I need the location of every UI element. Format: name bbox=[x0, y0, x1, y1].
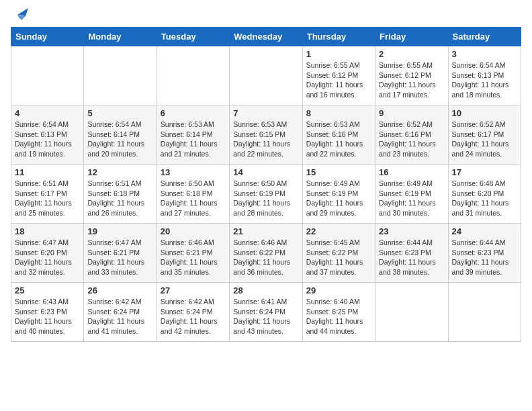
calendar-cell: 16Sunrise: 6:49 AMSunset: 6:19 PMDayligh… bbox=[375, 165, 448, 224]
day-info: Sunrise: 6:42 AMSunset: 6:24 PMDaylight:… bbox=[87, 297, 152, 336]
day-info: Sunrise: 6:54 AMSunset: 6:14 PMDaylight:… bbox=[87, 120, 152, 159]
calendar-cell: 10Sunrise: 6:52 AMSunset: 6:17 PMDayligh… bbox=[448, 105, 521, 165]
calendar-table: SundayMondayTuesdayWednesdayThursdayFrid… bbox=[11, 27, 521, 342]
svg-marker-0 bbox=[17, 8, 28, 16]
day-info: Sunrise: 6:52 AMSunset: 6:17 PMDaylight:… bbox=[452, 120, 517, 159]
calendar-cell: 24Sunrise: 6:44 AMSunset: 6:23 PMDayligh… bbox=[448, 224, 521, 283]
day-of-week-header: Saturday bbox=[448, 28, 521, 46]
day-number: 3 bbox=[452, 49, 517, 59]
day-number: 7 bbox=[233, 108, 298, 118]
day-number: 20 bbox=[161, 226, 226, 236]
calendar-cell: 9Sunrise: 6:52 AMSunset: 6:16 PMDaylight… bbox=[375, 105, 448, 165]
day-of-week-header: Monday bbox=[84, 28, 157, 46]
day-number: 2 bbox=[379, 49, 444, 59]
calendar-week-row: 25Sunrise: 6:43 AMSunset: 6:23 PMDayligh… bbox=[11, 283, 521, 342]
calendar-cell bbox=[448, 283, 521, 342]
day-number: 4 bbox=[15, 108, 80, 118]
day-number: 27 bbox=[161, 285, 226, 295]
day-number: 26 bbox=[87, 285, 152, 295]
day-number: 21 bbox=[233, 226, 298, 236]
calendar-cell: 14Sunrise: 6:50 AMSunset: 6:19 PMDayligh… bbox=[230, 165, 302, 224]
calendar-week-row: 18Sunrise: 6:47 AMSunset: 6:20 PMDayligh… bbox=[11, 224, 521, 283]
calendar-cell: 18Sunrise: 6:47 AMSunset: 6:20 PMDayligh… bbox=[11, 224, 84, 283]
day-info: Sunrise: 6:54 AMSunset: 6:13 PMDaylight:… bbox=[15, 120, 80, 159]
calendar-cell: 11Sunrise: 6:51 AMSunset: 6:17 PMDayligh… bbox=[11, 165, 84, 224]
day-number: 15 bbox=[306, 167, 371, 177]
day-info: Sunrise: 6:53 AMSunset: 6:14 PMDaylight:… bbox=[161, 120, 226, 159]
day-number: 5 bbox=[87, 108, 152, 118]
calendar-cell: 22Sunrise: 6:45 AMSunset: 6:22 PMDayligh… bbox=[302, 224, 375, 283]
day-number: 10 bbox=[452, 108, 517, 118]
day-number: 19 bbox=[87, 226, 152, 236]
day-info: Sunrise: 6:46 AMSunset: 6:22 PMDaylight:… bbox=[233, 238, 298, 277]
day-of-week-header: Thursday bbox=[302, 28, 375, 46]
day-info: Sunrise: 6:51 AMSunset: 6:18 PMDaylight:… bbox=[87, 179, 152, 218]
day-info: Sunrise: 6:53 AMSunset: 6:16 PMDaylight:… bbox=[306, 120, 371, 159]
calendar-cell: 17Sunrise: 6:48 AMSunset: 6:20 PMDayligh… bbox=[448, 165, 521, 224]
day-number: 6 bbox=[161, 108, 226, 118]
calendar-cell: 15Sunrise: 6:49 AMSunset: 6:19 PMDayligh… bbox=[302, 165, 375, 224]
calendar-cell: 19Sunrise: 6:47 AMSunset: 6:21 PMDayligh… bbox=[84, 224, 157, 283]
day-info: Sunrise: 6:47 AMSunset: 6:21 PMDaylight:… bbox=[87, 238, 152, 277]
calendar-week-row: 4Sunrise: 6:54 AMSunset: 6:13 PMDaylight… bbox=[11, 105, 521, 165]
calendar-cell: 5Sunrise: 6:54 AMSunset: 6:14 PMDaylight… bbox=[84, 105, 157, 165]
day-number: 14 bbox=[233, 167, 298, 177]
calendar-cell bbox=[157, 46, 229, 105]
calendar-cell: 6Sunrise: 6:53 AMSunset: 6:14 PMDaylight… bbox=[157, 105, 229, 165]
calendar-cell: 3Sunrise: 6:54 AMSunset: 6:13 PMDaylight… bbox=[448, 46, 521, 105]
day-info: Sunrise: 6:42 AMSunset: 6:24 PMDaylight:… bbox=[161, 297, 226, 336]
day-number: 8 bbox=[306, 108, 371, 118]
day-number: 1 bbox=[306, 49, 371, 59]
calendar-cell: 26Sunrise: 6:42 AMSunset: 6:24 PMDayligh… bbox=[84, 283, 157, 342]
calendar-cell: 8Sunrise: 6:53 AMSunset: 6:16 PMDaylight… bbox=[302, 105, 375, 165]
day-number: 18 bbox=[15, 226, 80, 236]
day-number: 23 bbox=[379, 226, 444, 236]
day-number: 9 bbox=[379, 108, 444, 118]
calendar-week-row: 1Sunrise: 6:55 AMSunset: 6:12 PMDaylight… bbox=[11, 46, 521, 105]
day-number: 22 bbox=[306, 226, 371, 236]
day-number: 25 bbox=[15, 285, 80, 295]
day-info: Sunrise: 6:49 AMSunset: 6:19 PMDaylight:… bbox=[306, 179, 371, 218]
calendar-cell: 13Sunrise: 6:50 AMSunset: 6:18 PMDayligh… bbox=[157, 165, 229, 224]
calendar-cell: 1Sunrise: 6:55 AMSunset: 6:12 PMDaylight… bbox=[302, 46, 375, 105]
day-number: 11 bbox=[15, 167, 80, 177]
calendar-cell: 25Sunrise: 6:43 AMSunset: 6:23 PMDayligh… bbox=[11, 283, 84, 342]
logo-bird-icon bbox=[13, 8, 28, 21]
calendar-cell bbox=[230, 46, 302, 105]
day-number: 16 bbox=[379, 167, 444, 177]
day-number: 17 bbox=[452, 167, 517, 177]
day-info: Sunrise: 6:51 AMSunset: 6:17 PMDaylight:… bbox=[15, 179, 80, 218]
day-info: Sunrise: 6:50 AMSunset: 6:18 PMDaylight:… bbox=[161, 179, 226, 218]
day-info: Sunrise: 6:45 AMSunset: 6:22 PMDaylight:… bbox=[306, 238, 371, 277]
header bbox=[11, 11, 521, 19]
day-info: Sunrise: 6:55 AMSunset: 6:12 PMDaylight:… bbox=[379, 60, 444, 100]
day-info: Sunrise: 6:46 AMSunset: 6:21 PMDaylight:… bbox=[161, 238, 226, 277]
day-info: Sunrise: 6:50 AMSunset: 6:19 PMDaylight:… bbox=[233, 179, 298, 218]
day-number: 13 bbox=[161, 167, 226, 177]
day-info: Sunrise: 6:44 AMSunset: 6:23 PMDaylight:… bbox=[379, 238, 444, 277]
day-info: Sunrise: 6:49 AMSunset: 6:19 PMDaylight:… bbox=[379, 179, 444, 218]
day-number: 24 bbox=[452, 226, 517, 236]
day-info: Sunrise: 6:41 AMSunset: 6:24 PMDaylight:… bbox=[233, 297, 298, 336]
day-of-week-header: Sunday bbox=[11, 28, 84, 46]
day-info: Sunrise: 6:43 AMSunset: 6:23 PMDaylight:… bbox=[15, 297, 80, 336]
day-info: Sunrise: 6:52 AMSunset: 6:16 PMDaylight:… bbox=[379, 120, 444, 159]
calendar-cell: 20Sunrise: 6:46 AMSunset: 6:21 PMDayligh… bbox=[157, 224, 229, 283]
day-info: Sunrise: 6:48 AMSunset: 6:20 PMDaylight:… bbox=[452, 179, 517, 218]
calendar-body: 1Sunrise: 6:55 AMSunset: 6:12 PMDaylight… bbox=[11, 46, 521, 342]
calendar-cell: 29Sunrise: 6:40 AMSunset: 6:25 PMDayligh… bbox=[302, 283, 375, 342]
logo bbox=[11, 11, 28, 19]
day-info: Sunrise: 6:53 AMSunset: 6:15 PMDaylight:… bbox=[233, 120, 298, 159]
calendar-cell: 27Sunrise: 6:42 AMSunset: 6:24 PMDayligh… bbox=[157, 283, 229, 342]
calendar-cell: 28Sunrise: 6:41 AMSunset: 6:24 PMDayligh… bbox=[230, 283, 302, 342]
day-info: Sunrise: 6:40 AMSunset: 6:25 PMDaylight:… bbox=[306, 297, 371, 336]
calendar-cell: 21Sunrise: 6:46 AMSunset: 6:22 PMDayligh… bbox=[230, 224, 302, 283]
calendar-cell: 7Sunrise: 6:53 AMSunset: 6:15 PMDaylight… bbox=[230, 105, 302, 165]
calendar-cell: 2Sunrise: 6:55 AMSunset: 6:12 PMDaylight… bbox=[375, 46, 448, 105]
day-of-week-header: Friday bbox=[375, 28, 448, 46]
calendar-header-row: SundayMondayTuesdayWednesdayThursdayFrid… bbox=[11, 28, 521, 46]
day-info: Sunrise: 6:55 AMSunset: 6:12 PMDaylight:… bbox=[306, 60, 371, 100]
day-number: 28 bbox=[233, 285, 298, 295]
calendar-cell bbox=[84, 46, 157, 105]
day-number: 12 bbox=[87, 167, 152, 177]
